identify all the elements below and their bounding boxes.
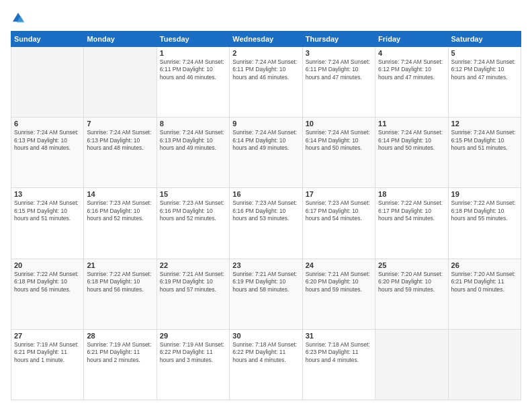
calendar-header-tuesday: Tuesday <box>157 32 229 47</box>
calendar-cell: 19Sunrise: 7:22 AM Sunset: 6:18 PM Dayli… <box>448 188 521 259</box>
day-info: Sunrise: 7:23 AM Sunset: 6:17 PM Dayligh… <box>306 199 372 222</box>
day-info: Sunrise: 7:21 AM Sunset: 6:19 PM Dayligh… <box>160 271 226 293</box>
day-number: 1 <box>160 49 226 57</box>
day-number: 13 <box>14 190 81 198</box>
day-info: Sunrise: 7:24 AM Sunset: 6:14 PM Dayligh… <box>306 129 372 152</box>
calendar-cell: 8Sunrise: 7:24 AM Sunset: 6:13 PM Daylig… <box>157 118 229 188</box>
day-info: Sunrise: 7:22 AM Sunset: 6:18 PM Dayligh… <box>14 271 81 293</box>
day-info: Sunrise: 7:24 AM Sunset: 6:11 PM Dayligh… <box>160 58 226 81</box>
calendar-cell: 28Sunrise: 7:19 AM Sunset: 6:21 PM Dayli… <box>84 329 157 400</box>
day-info: Sunrise: 7:20 AM Sunset: 6:21 PM Dayligh… <box>451 271 518 293</box>
day-number: 16 <box>232 190 299 198</box>
day-number: 2 <box>232 49 299 57</box>
day-number: 15 <box>160 190 226 198</box>
calendar-cell: 2Sunrise: 7:24 AM Sunset: 6:11 PM Daylig… <box>230 47 302 118</box>
day-number: 31 <box>306 332 372 340</box>
calendar-cell: 26Sunrise: 7:20 AM Sunset: 6:21 PM Dayli… <box>448 259 521 329</box>
calendar-cell: 31Sunrise: 7:18 AM Sunset: 6:23 PM Dayli… <box>302 329 375 400</box>
day-number: 5 <box>451 49 518 57</box>
day-number: 24 <box>306 261 372 269</box>
header <box>11 11 521 26</box>
day-number: 19 <box>451 190 518 198</box>
calendar-cell <box>375 329 448 400</box>
day-info: Sunrise: 7:24 AM Sunset: 6:12 PM Dayligh… <box>378 58 445 81</box>
day-number: 4 <box>378 49 445 57</box>
calendar-header-monday: Monday <box>84 32 157 47</box>
day-info: Sunrise: 7:21 AM Sunset: 6:20 PM Dayligh… <box>306 271 372 293</box>
calendar-cell: 4Sunrise: 7:24 AM Sunset: 6:12 PM Daylig… <box>375 47 448 118</box>
calendar-week-4: 20Sunrise: 7:22 AM Sunset: 6:18 PM Dayli… <box>11 259 521 329</box>
calendar-cell: 13Sunrise: 7:24 AM Sunset: 6:15 PM Dayli… <box>11 188 84 259</box>
calendar-header-friday: Friday <box>375 32 448 47</box>
calendar-week-2: 6Sunrise: 7:24 AM Sunset: 6:13 PM Daylig… <box>11 118 521 188</box>
day-number: 26 <box>451 261 518 269</box>
calendar-cell: 12Sunrise: 7:24 AM Sunset: 6:15 PM Dayli… <box>448 118 521 188</box>
day-info: Sunrise: 7:24 AM Sunset: 6:12 PM Dayligh… <box>451 58 518 81</box>
calendar-cell: 22Sunrise: 7:21 AM Sunset: 6:19 PM Dayli… <box>157 259 229 329</box>
calendar-table: SundayMondayTuesdayWednesdayThursdayFrid… <box>11 31 521 400</box>
day-number: 3 <box>306 49 372 57</box>
calendar-header-saturday: Saturday <box>448 32 521 47</box>
calendar-header-sunday: Sunday <box>11 32 84 47</box>
day-info: Sunrise: 7:24 AM Sunset: 6:15 PM Dayligh… <box>14 199 81 222</box>
day-info: Sunrise: 7:24 AM Sunset: 6:11 PM Dayligh… <box>306 58 372 81</box>
calendar-cell: 1Sunrise: 7:24 AM Sunset: 6:11 PM Daylig… <box>157 47 229 118</box>
day-info: Sunrise: 7:24 AM Sunset: 6:13 PM Dayligh… <box>14 129 81 152</box>
calendar-week-3: 13Sunrise: 7:24 AM Sunset: 6:15 PM Dayli… <box>11 188 521 259</box>
day-info: Sunrise: 7:20 AM Sunset: 6:20 PM Dayligh… <box>378 271 445 293</box>
calendar-cell: 17Sunrise: 7:23 AM Sunset: 6:17 PM Dayli… <box>302 188 375 259</box>
day-number: 30 <box>232 332 299 340</box>
day-number: 28 <box>87 332 153 340</box>
day-number: 12 <box>451 120 518 128</box>
calendar-cell: 27Sunrise: 7:19 AM Sunset: 6:21 PM Dayli… <box>11 329 84 400</box>
day-number: 20 <box>14 261 81 269</box>
calendar-cell: 5Sunrise: 7:24 AM Sunset: 6:12 PM Daylig… <box>448 47 521 118</box>
calendar-cell: 21Sunrise: 7:22 AM Sunset: 6:18 PM Dayli… <box>84 259 157 329</box>
day-info: Sunrise: 7:24 AM Sunset: 6:11 PM Dayligh… <box>232 58 299 81</box>
calendar-cell: 7Sunrise: 7:24 AM Sunset: 6:13 PM Daylig… <box>84 118 157 188</box>
calendar-cell <box>84 47 157 118</box>
calendar-cell: 6Sunrise: 7:24 AM Sunset: 6:13 PM Daylig… <box>11 118 84 188</box>
calendar-cell: 18Sunrise: 7:22 AM Sunset: 6:17 PM Dayli… <box>375 188 448 259</box>
day-info: Sunrise: 7:24 AM Sunset: 6:14 PM Dayligh… <box>232 129 299 152</box>
calendar-week-5: 27Sunrise: 7:19 AM Sunset: 6:21 PM Dayli… <box>11 329 521 400</box>
day-info: Sunrise: 7:19 AM Sunset: 6:22 PM Dayligh… <box>160 341 226 364</box>
day-number: 22 <box>160 261 226 269</box>
logo <box>11 11 28 26</box>
calendar-header-row: SundayMondayTuesdayWednesdayThursdayFrid… <box>11 32 521 47</box>
calendar-header-thursday: Thursday <box>302 32 375 47</box>
day-number: 27 <box>14 332 81 340</box>
day-number: 6 <box>14 120 81 128</box>
day-info: Sunrise: 7:19 AM Sunset: 6:21 PM Dayligh… <box>14 341 81 364</box>
calendar-cell: 23Sunrise: 7:21 AM Sunset: 6:19 PM Dayli… <box>230 259 302 329</box>
calendar-cell: 24Sunrise: 7:21 AM Sunset: 6:20 PM Dayli… <box>302 259 375 329</box>
day-number: 8 <box>160 120 226 128</box>
day-info: Sunrise: 7:24 AM Sunset: 6:13 PM Dayligh… <box>87 129 153 152</box>
calendar-cell: 3Sunrise: 7:24 AM Sunset: 6:11 PM Daylig… <box>302 47 375 118</box>
day-info: Sunrise: 7:24 AM Sunset: 6:15 PM Dayligh… <box>451 129 518 152</box>
calendar-cell: 16Sunrise: 7:23 AM Sunset: 6:16 PM Dayli… <box>230 188 302 259</box>
day-info: Sunrise: 7:23 AM Sunset: 6:16 PM Dayligh… <box>160 199 226 222</box>
day-number: 23 <box>232 261 299 269</box>
day-number: 7 <box>87 120 153 128</box>
calendar-cell: 14Sunrise: 7:23 AM Sunset: 6:16 PM Dayli… <box>84 188 157 259</box>
day-info: Sunrise: 7:23 AM Sunset: 6:16 PM Dayligh… <box>232 199 299 222</box>
calendar-cell: 20Sunrise: 7:22 AM Sunset: 6:18 PM Dayli… <box>11 259 84 329</box>
day-info: Sunrise: 7:24 AM Sunset: 6:13 PM Dayligh… <box>160 129 226 152</box>
calendar-cell: 30Sunrise: 7:18 AM Sunset: 6:22 PM Dayli… <box>230 329 302 400</box>
calendar-cell: 15Sunrise: 7:23 AM Sunset: 6:16 PM Dayli… <box>157 188 229 259</box>
day-info: Sunrise: 7:23 AM Sunset: 6:16 PM Dayligh… <box>87 199 153 222</box>
day-number: 21 <box>87 261 153 269</box>
calendar-header-wednesday: Wednesday <box>230 32 302 47</box>
calendar-cell: 25Sunrise: 7:20 AM Sunset: 6:20 PM Dayli… <box>375 259 448 329</box>
calendar-cell <box>448 329 521 400</box>
day-number: 18 <box>378 190 445 198</box>
day-info: Sunrise: 7:18 AM Sunset: 6:22 PM Dayligh… <box>232 341 299 364</box>
day-info: Sunrise: 7:22 AM Sunset: 6:17 PM Dayligh… <box>378 199 445 222</box>
day-number: 11 <box>378 120 445 128</box>
calendar-cell: 29Sunrise: 7:19 AM Sunset: 6:22 PM Dayli… <box>157 329 229 400</box>
day-info: Sunrise: 7:18 AM Sunset: 6:23 PM Dayligh… <box>306 341 372 364</box>
calendar-cell: 10Sunrise: 7:24 AM Sunset: 6:14 PM Dayli… <box>302 118 375 188</box>
day-info: Sunrise: 7:24 AM Sunset: 6:14 PM Dayligh… <box>378 129 445 152</box>
calendar-cell: 9Sunrise: 7:24 AM Sunset: 6:14 PM Daylig… <box>230 118 302 188</box>
